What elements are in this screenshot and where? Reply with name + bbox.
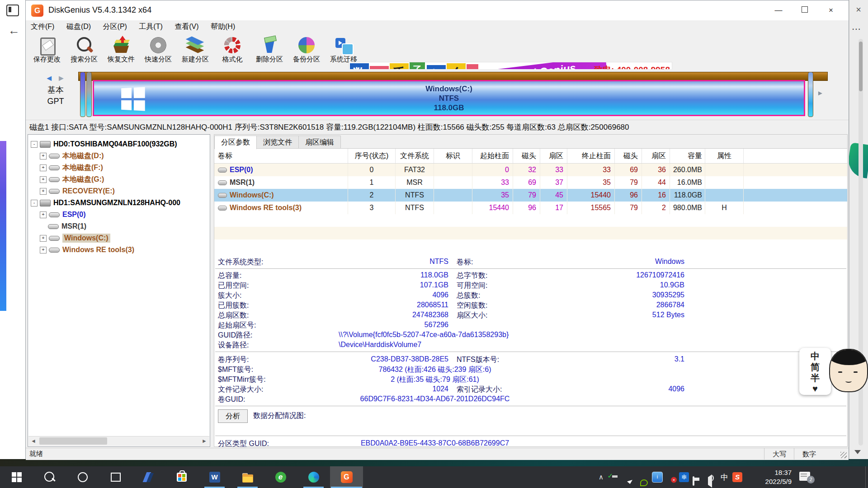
save-icon [38,36,57,55]
tray-sogou[interactable]: S [731,466,745,488]
tray-defender[interactable]: × [665,466,678,488]
tray-nvidia[interactable] [637,466,651,488]
tree-item-recovery-e[interactable]: + RECOVERY(E:) [28,185,210,197]
toolbar-label: 保存更改 [28,55,66,64]
menu-file[interactable]: 文件(F) [26,20,59,33]
detail-value: NTFS [291,258,448,266]
scroll-right-icon[interactable]: ► [817,89,824,97]
show-desktop-sliver[interactable] [865,466,866,488]
tree-item-hd1[interactable]: - HD1:SAMSUNGMZNLN128HAHQ-000 [28,197,210,209]
analyze-button[interactable]: 分析 [218,409,248,423]
tree-item-msr[interactable]: MSR(1) [28,221,210,232]
partition-bar-esp[interactable] [80,72,85,117]
menu-tools[interactable]: 工具(T) [134,20,167,33]
start-button[interactable] [0,466,33,488]
tree-item-esp[interactable]: + ESP(0) [28,209,210,221]
expand-toggle[interactable]: - [31,141,38,148]
recover-files-button[interactable]: 恢复文件 [103,35,140,68]
tree-item-local-f[interactable]: + 本地磁盘(F:) [28,162,210,174]
background-window-left-edge: ← [0,0,26,459]
battery-icon [693,476,694,486]
ime-mode-simplified[interactable]: 简 [799,361,831,372]
backup-partition-button[interactable]: 备份分区 [288,35,325,68]
pinned-app-flash[interactable] [132,466,165,488]
scrollbar-thumb[interactable] [39,437,107,445]
desktop-wallpaper-strip [0,459,868,466]
task-view-button[interactable] [99,466,132,488]
disk-free-bar[interactable] [78,72,828,81]
tray-expand-button[interactable]: ∧ [596,466,609,488]
format-button[interactable]: 格式化 [214,35,251,68]
tree-item-windows-re[interactable]: + Windows RE tools(3) [28,244,210,256]
search-partition-button[interactable]: 搜索分区 [66,35,103,68]
tray-power[interactable] [692,466,705,488]
tree-item-label: MSR(1) [61,222,86,230]
word-button[interactable]: W [198,466,231,488]
background-scrollbar-thumb[interactable] [859,42,863,91]
ime-status-widget[interactable]: 中 简 半 ♥ [799,348,831,395]
prev-disk-icon[interactable]: ◄ [45,74,54,83]
expand-toggle[interactable]: + [40,211,47,218]
menu-partition[interactable]: 分区(P) [98,20,132,33]
scroll-left-icon[interactable]: ◄ [28,436,38,446]
heart-icon[interactable]: ♥ [799,383,831,394]
browser-360-button[interactable]: e [264,466,297,488]
next-disk-icon[interactable]: ► [57,74,66,83]
tree-item-local-d[interactable]: + 本地磁盘(D:) [28,150,210,162]
new-partition-button[interactable]: 新建分区 [177,35,214,68]
partition-icon [49,212,60,217]
back-arrow-icon[interactable]: ← [8,23,20,38]
delete-partition-button[interactable]: 删除分区 [251,35,288,68]
scroll-right-icon[interactable]: ► [199,436,209,446]
green-e-browser-icon: e [275,472,286,483]
file-explorer-button[interactable] [231,466,264,488]
divider [215,352,846,352]
expand-toggle[interactable]: + [40,164,47,171]
minimize-button[interactable]: — [765,0,792,20]
quick-partition-button[interactable]: 快速分区 [140,35,177,68]
diskgenius-taskbar-button[interactable]: G [330,466,363,488]
resize-grip[interactable] [840,452,847,458]
tray-volume[interactable] [706,466,719,488]
tree-item-hd0[interactable]: - HD0:TOSHIBAMQ04ABF100(932GB) [28,138,210,150]
expand-toggle[interactable]: + [40,176,47,183]
tray-ime-mode[interactable]: 中 [719,466,731,488]
background-close-icon[interactable]: × [853,4,864,15]
partition-bar-msr[interactable] [86,72,92,117]
menu-disk[interactable]: 磁盘(D) [61,20,96,33]
expand-toggle[interactable]: + [40,235,47,242]
panel-splitter[interactable] [210,134,214,447]
expand-toggle[interactable]: + [40,153,47,160]
expand-toggle[interactable]: - [31,200,38,206]
tree-item-local-g[interactable]: + 本地磁盘(G:) [28,174,210,185]
tray-printer[interactable]: ✓ [609,466,623,488]
expand-toggle[interactable]: + [40,188,47,195]
menu-view[interactable]: 查看(V) [170,20,203,33]
taskbar-clock[interactable]: 18:37 2022/5/9 [748,468,792,486]
menu-help[interactable]: 帮助(H) [206,20,240,33]
edge-button[interactable] [297,466,330,488]
partition-bar-windows-c[interactable]: Windows(C:) NTFS 118.0GB [93,80,805,116]
more-options-icon[interactable]: ⋯ [852,23,861,34]
partition-bar-re-tools[interactable] [808,72,813,117]
tree-horizontal-scrollbar[interactable]: ◄ ► [28,436,209,446]
tree-item-windows-c[interactable]: + Windows(C:) [28,232,210,244]
allocation-map-label: 数据分配情况图: [253,409,306,422]
notification-center-button[interactable]: 2 [799,472,810,481]
disk-info-line: 磁盘1 接口:SATA 型号:SAMSUNGMZNLN128HAHQ-000H1… [26,120,849,134]
tray-messenger[interactable] [624,466,637,488]
microsoft-store-button[interactable] [165,466,198,488]
save-changes-button[interactable]: 保存更改 [28,35,66,68]
maximize-button[interactable] [792,0,818,20]
tab-list-icon[interactable] [6,5,19,16]
dropdown-caret-icon[interactable] [854,450,861,454]
ime-mascot-avatar[interactable] [829,349,868,392]
tray-intel-graphics[interactable]: i [651,466,665,488]
tray-snowflake-app[interactable]: ❄ [678,466,692,488]
close-button[interactable]: × [818,0,844,20]
ime-mode-halfwidth[interactable]: 半 [799,372,831,383]
taskbar-search-button[interactable] [33,466,66,488]
ime-mode-chinese[interactable]: 中 [799,351,831,361]
expand-toggle[interactable]: + [40,247,47,253]
cortana-button[interactable] [66,466,99,488]
